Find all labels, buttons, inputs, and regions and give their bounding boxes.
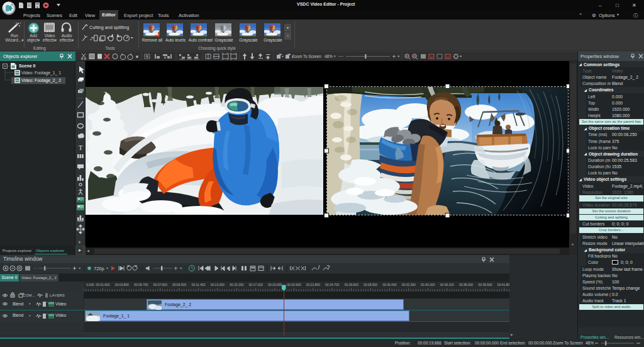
svg-text:00:38.000: 00:38.000 xyxy=(459,283,473,287)
svg-text:00:34.200: 00:34.200 xyxy=(421,283,435,287)
svg-text:T: T xyxy=(79,144,83,151)
svg-text:00:11.400: 00:11.400 xyxy=(191,283,205,287)
svg-text:00:26.600: 00:26.600 xyxy=(344,283,358,287)
svg-text:00:28.500: 00:28.500 xyxy=(364,283,377,287)
svg-text:U: U xyxy=(430,55,433,59)
svg-text:00:15.200: 00:15.200 xyxy=(230,283,243,287)
svg-text:U: U xyxy=(447,55,449,59)
svg-text:00:30.400: 00:30.400 xyxy=(382,283,396,287)
svg-text:00:39.900: 00:39.900 xyxy=(478,283,492,287)
svg-text:720p: 720p xyxy=(94,266,104,271)
svg-text:00:03.800: 00:03.800 xyxy=(115,283,129,287)
svg-text:00:13.300: 00:13.300 xyxy=(211,283,225,287)
svg-text:00:22.800: 00:22.800 xyxy=(306,283,320,287)
svg-text:00:32.300: 00:32.300 xyxy=(402,283,416,287)
svg-text:00:36.100: 00:36.100 xyxy=(440,283,453,287)
svg-text:00:19.000: 00:19.000 xyxy=(268,283,282,287)
svg-text:00:24.700: 00:24.700 xyxy=(325,283,339,287)
svg-text:00:09.500: 00:09.500 xyxy=(172,283,186,287)
svg-text:00:41.800: 00:41.800 xyxy=(497,283,509,287)
svg-text:00:07.600: 00:07.600 xyxy=(153,283,167,287)
svg-text:00:01.900: 00:01.900 xyxy=(96,283,109,287)
svg-text:00:05.700: 00:05.700 xyxy=(134,283,148,287)
svg-text:00:20.900: 00:20.900 xyxy=(287,283,301,287)
svg-text:00:17.100: 00:17.100 xyxy=(248,283,262,287)
svg-text:0.000: 0.000 xyxy=(86,283,94,287)
